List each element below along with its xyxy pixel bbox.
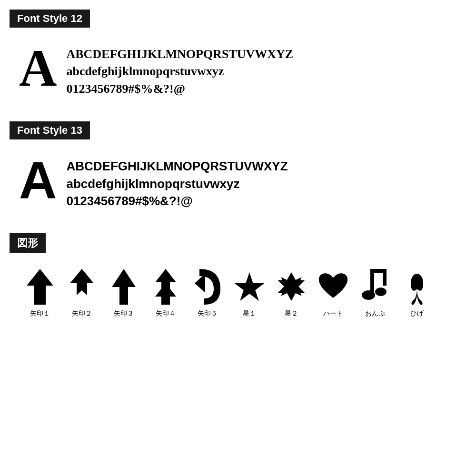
arrow5-icon (192, 268, 223, 306)
svg-marker-0 (27, 269, 53, 305)
shape-arrow1: 矢印１ (19, 268, 61, 318)
font-style-12-section: Font Style 12 A ABCDEFGHIJKLMNOPQRSTUVWX… (10, 10, 466, 107)
svg-marker-6 (234, 272, 265, 301)
font-style-13-big-letter: A (19, 154, 57, 206)
font-style-12-demo: A ABCDEFGHIJKLMNOPQRSTUVWXYZ abcdefghijk… (10, 37, 466, 107)
shape-arrow4: 矢印４ (145, 268, 187, 318)
star2-icon (276, 268, 307, 306)
svg-marker-5 (195, 274, 205, 293)
star1-icon (234, 268, 265, 306)
shape-star2: 星２ (270, 268, 312, 318)
svg-marker-2 (112, 269, 136, 305)
font-style-12-big-letter: A (19, 42, 57, 94)
shape-arrow2: 矢印２ (61, 268, 103, 318)
svg-marker-4 (155, 283, 176, 305)
star1-label: 星１ (243, 309, 256, 318)
svg-rect-11 (383, 269, 387, 286)
svg-rect-10 (370, 269, 385, 273)
shape-arrow5: 矢印５ (187, 268, 228, 318)
star2-label: 星２ (285, 309, 298, 318)
font-style-12-line3: 0123456789#$%&?!@ (66, 80, 293, 98)
font-style-13-line2: abcdefghijklmnopqrstuvwxyz (66, 175, 288, 192)
svg-point-13 (375, 288, 387, 296)
shape-note: おんぷ (354, 268, 396, 318)
arrow5-label: 矢印５ (198, 309, 218, 318)
heart-icon (318, 268, 348, 306)
shape-arrow3: 矢印３ (103, 268, 145, 318)
font-style-12-line2: abcdefghijklmnopqrstuvwxyz (66, 63, 293, 80)
arrow1-label: 矢印１ (30, 309, 50, 318)
arrow3-label: 矢印３ (114, 309, 134, 318)
mustache-label: ひげ (410, 309, 424, 318)
font-style-13-line1: ABCDEFGHIJKLMNOPQRSTUVWXYZ (66, 158, 288, 175)
font-style-13-demo: A ABCDEFGHIJKLMNOPQRSTUVWXYZ abcdefghijk… (10, 149, 466, 219)
shape-star1: 星１ (228, 268, 270, 318)
arrow4-icon (150, 268, 181, 306)
font-style-12-chars: ABCDEFGHIJKLMNOPQRSTUVWXYZ abcdefghijklm… (66, 42, 293, 98)
font-style-13-section: Font Style 13 A ABCDEFGHIJKLMNOPQRSTUVWX… (10, 121, 466, 219)
shapes-section: 図形 矢印１ 矢印２ (10, 233, 466, 323)
arrow1-icon (25, 268, 55, 306)
heart-label: ハート (323, 309, 343, 318)
arrow2-icon (67, 268, 97, 306)
svg-marker-1 (70, 269, 94, 295)
font-style-13-chars: ABCDEFGHIJKLMNOPQRSTUVWXYZ abcdefghijklm… (66, 154, 288, 209)
mustache-icon (402, 268, 432, 306)
arrow4-label: 矢印４ (156, 309, 176, 318)
shape-mustache: ひげ (396, 268, 438, 318)
arrow3-icon (109, 268, 139, 306)
note-icon (360, 268, 390, 306)
font-style-12-line1: ABCDEFGHIJKLMNOPQRSTUVWXYZ (66, 46, 293, 63)
font-style-12-header: Font Style 12 (10, 10, 90, 28)
arrow2-label: 矢印２ (72, 309, 92, 318)
svg-point-12 (362, 290, 375, 300)
shapes-header: 図形 (10, 233, 46, 253)
font-style-13-header: Font Style 13 (10, 121, 90, 139)
shapes-grid: 矢印１ 矢印２ 矢印３ (10, 263, 466, 323)
font-style-13-line3: 0123456789#$%&?!@ (66, 192, 288, 209)
note-label: おんぷ (365, 309, 385, 318)
shape-heart: ハート (312, 268, 354, 318)
